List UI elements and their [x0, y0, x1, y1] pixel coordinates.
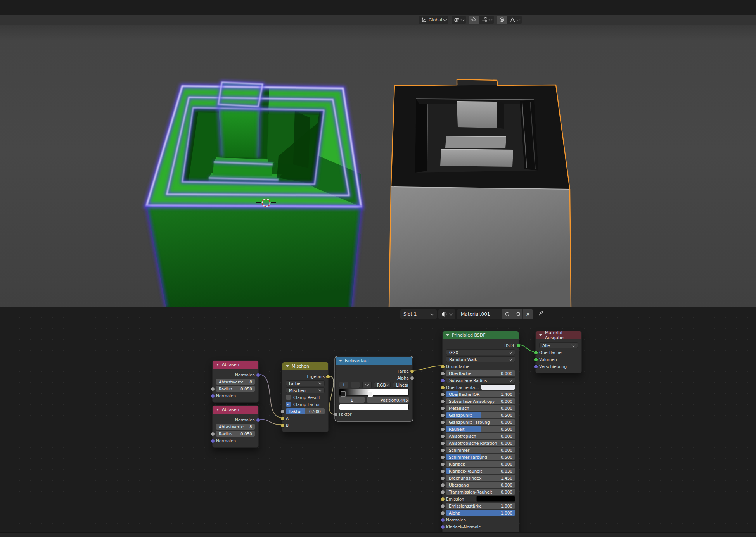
distribution-dropdown[interactable]: GGX	[446, 349, 515, 355]
ramp-stop-1[interactable]	[368, 391, 373, 397]
socket-input[interactable]	[441, 504, 445, 508]
socket-input[interactable]	[441, 399, 445, 404]
bsdf-row-rauheit[interactable]: Rauheit0.500	[446, 426, 515, 432]
bsdf-row-übergang[interactable]: Übergang0.000	[446, 482, 515, 488]
socket-input[interactable]	[441, 406, 445, 411]
node-header[interactable]: Material-Ausgabe	[536, 331, 581, 339]
socket-factor-in[interactable]	[280, 409, 285, 414]
samples-field[interactable]: Abtastwerte8	[216, 379, 255, 385]
color-swatch[interactable]	[481, 384, 515, 390]
value-field[interactable]: Anisotropisch0.000	[446, 433, 515, 439]
new-material-button[interactable]	[512, 309, 522, 319]
socket-input[interactable]	[441, 413, 445, 418]
collapse-icon[interactable]	[446, 334, 449, 336]
bsdf-row-emissionsstärke[interactable]: Emissionsstärke1.000	[446, 503, 515, 509]
socket-input[interactable]	[441, 525, 445, 529]
bsdf-row-transmission-rauheit[interactable]: Transmission-Rauheit0.000	[446, 489, 515, 495]
socket-input[interactable]	[441, 448, 445, 452]
bsdf-row-oberfläche[interactable]: Oberfläche0.000	[446, 370, 515, 376]
bsdf-row-glanzpunkt[interactable]: Glanzpunkt0.500	[446, 412, 515, 418]
viewport-3d[interactable]	[0, 25, 756, 307]
material-name[interactable]: Material.001	[457, 311, 502, 317]
collapse-icon[interactable]	[216, 409, 219, 411]
slider-field[interactable]: Glanzpunkt0.500	[446, 412, 515, 418]
slot-selector[interactable]: Slot 1	[400, 309, 437, 319]
socket-alpha-out[interactable]	[410, 376, 414, 380]
bsdf-row-oberfläche-ior[interactable]: Oberfläche IOR1.400	[446, 391, 515, 397]
ramp-stop-0[interactable]	[341, 391, 346, 397]
node-mix[interactable]: Mischen Ergebnis Farbe Mischen ✓Clamp Re…	[282, 362, 329, 432]
checkbox-clamp-factor[interactable]: ✓	[286, 402, 291, 407]
socket-input[interactable]	[441, 497, 445, 501]
bsdf-row-alpha[interactable]: Alpha1.000	[446, 510, 515, 516]
bsdf-row-klarlack-rauheit[interactable]: Klarlack-Rauheit0.030	[446, 468, 515, 474]
radius-field[interactable]: Radius0.050	[216, 431, 255, 437]
socket-b-in[interactable]	[280, 423, 285, 428]
bsdf-row-anisotropisch[interactable]: Anisotropisch0.000	[446, 433, 515, 439]
bsdf-row-glanzpunkt-färbung[interactable]: Glanzpunkt Färbung0.000	[446, 419, 515, 425]
socket-input[interactable]	[441, 434, 445, 439]
checkbox-clamp-result[interactable]: ✓	[286, 395, 291, 400]
socket-input[interactable]	[441, 490, 445, 494]
bsdf-row-emission[interactable]: Emission	[446, 496, 515, 502]
socket-result-out[interactable]	[326, 375, 330, 379]
shader-node-editor[interactable]: Slot 1 Material.001	[0, 307, 756, 537]
value-field[interactable]: Klarlack0.000	[446, 461, 515, 467]
collapse-icon[interactable]	[339, 360, 342, 362]
socket-input[interactable]	[441, 518, 445, 522]
socket-input[interactable]	[441, 427, 445, 432]
socket-input[interactable]	[441, 483, 445, 487]
snap-target-button[interactable]	[479, 16, 494, 24]
selected-object[interactable]	[389, 79, 571, 307]
factor-slider[interactable]: Faktor0.500	[286, 408, 325, 414]
value-field[interactable]: Subsurface Anisotropy0.000	[446, 398, 515, 404]
socket-input[interactable]	[441, 511, 445, 515]
bsdf-row-grundfarbe[interactable]: Grundfarbe	[446, 363, 515, 369]
browse-material-button[interactable]	[438, 309, 455, 319]
socket-a-in[interactable]	[280, 416, 285, 421]
remove-stop-button[interactable]: −	[351, 382, 360, 388]
socket-normal-in[interactable]	[211, 394, 215, 398]
transform-orientation-button[interactable]: Global	[419, 16, 448, 24]
bsdf-row-subsurface-anisotropy[interactable]: Subsurface Anisotropy0.000	[446, 398, 515, 404]
blend-mode-dropdown[interactable]: Mischen	[286, 387, 325, 393]
socket-input[interactable]	[441, 364, 445, 369]
dropdown-field[interactable]: Subsurface Radius	[446, 377, 515, 383]
bsdf-row-brechungsindex[interactable]: Brechungsindex1.450	[446, 475, 515, 481]
socket-input[interactable]	[441, 371, 445, 376]
socket-input[interactable]	[441, 392, 445, 397]
slider-field[interactable]: Oberfläche IOR1.400	[446, 391, 515, 397]
active-stop-color-swatch[interactable]	[339, 404, 409, 410]
collapse-icon[interactable]	[216, 364, 219, 366]
bsdf-row-oberflächenfa-[interactable]: Oberflächenfa...	[446, 384, 515, 390]
socket-input[interactable]	[441, 462, 445, 466]
value-field[interactable]: Brechungsindex1.450	[446, 475, 515, 481]
socket-bsdf-out[interactable]	[516, 344, 521, 348]
node-principled-bsdf[interactable]: Principled BSDF BSDF GGX Random Walk Gru…	[442, 331, 519, 534]
socket-input[interactable]	[441, 385, 445, 390]
socket-radius-in[interactable]	[211, 387, 215, 391]
node-material-output[interactable]: Material-Ausgabe Alle Oberfläche Volumen…	[535, 331, 582, 373]
fake-user-button[interactable]	[502, 309, 512, 319]
socket-color-out[interactable]	[410, 369, 414, 373]
bsdf-row-schimmer-färbung[interactable]: Schimmer-Färbung0.500	[446, 454, 515, 460]
add-stop-button[interactable]: +	[339, 382, 348, 388]
proportional-editing-button[interactable]	[497, 16, 507, 24]
falloff-button[interactable]	[507, 16, 522, 24]
node-colorramp[interactable]: Farbverlauf Farbe Alpha + − RGB Linear	[335, 356, 413, 421]
node-header[interactable]: Mischen	[282, 362, 328, 370]
value-field[interactable]: Transmission-Rauheit0.000	[446, 489, 515, 495]
node-header[interactable]: Abfasen	[213, 361, 258, 369]
socket-input[interactable]	[441, 476, 445, 480]
socket-radius-in[interactable]	[211, 432, 215, 436]
socket-input[interactable]	[441, 441, 445, 445]
socket-input[interactable]	[441, 469, 445, 473]
color-mode-dropdown[interactable]: RGB	[374, 382, 391, 388]
socket-input[interactable]	[441, 455, 445, 459]
socket-normal-out[interactable]	[256, 373, 260, 377]
ramp-options-button[interactable]	[362, 382, 372, 388]
value-field[interactable]: Glanzpunkt Färbung0.000	[446, 419, 515, 425]
node-header[interactable]: Abfasen	[213, 406, 258, 414]
bsdf-row-subsurface-radius[interactable]: Subsurface Radius	[446, 377, 515, 383]
slider-field[interactable]: Schimmer-Färbung0.500	[446, 454, 515, 460]
